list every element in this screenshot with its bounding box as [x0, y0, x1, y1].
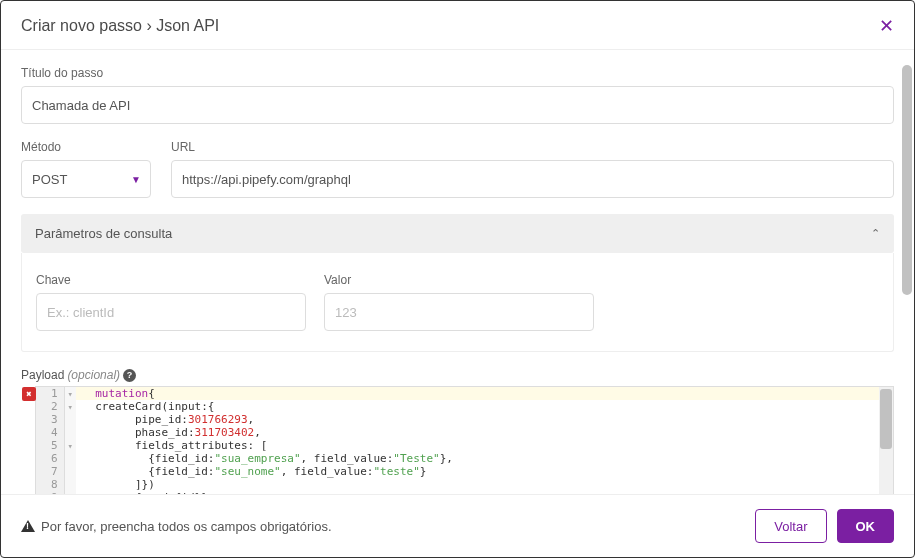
code-line[interactable]: {field_id:"seu_nome", field_value:"teste… [76, 465, 893, 478]
warning-icon [21, 520, 35, 532]
chevron-up-icon: ⌃ [871, 227, 880, 240]
param-key-label: Chave [36, 273, 306, 287]
code-line[interactable]: mutation{ [76, 387, 893, 400]
param-value-input[interactable] [324, 293, 594, 331]
method-label: Método [21, 140, 151, 154]
code-line[interactable]: ]}) [76, 478, 893, 491]
fold-toggle [64, 491, 76, 494]
gutter-line: 2 [36, 400, 64, 413]
body-scrollbar[interactable] [902, 65, 912, 295]
params-title: Parâmetros de consulta [35, 226, 172, 241]
gutter-line: 7 [36, 465, 64, 478]
gutter-line: 5 [36, 439, 64, 452]
url-label: URL [171, 140, 894, 154]
code-line[interactable]: phase_id:311703402, [76, 426, 893, 439]
modal-title: Criar novo passo › Json API [21, 17, 219, 35]
code-line[interactable]: fields_attributes: [ [76, 439, 893, 452]
code-line[interactable]: {field_id:"sua_empresa", field_value:"Te… [76, 452, 893, 465]
url-input[interactable] [171, 160, 894, 198]
title-label: Título do passo [21, 66, 894, 80]
footer-message: Por favor, preencha todos os campos obri… [21, 519, 332, 534]
title-input[interactable] [21, 86, 894, 124]
params-accordion-header[interactable]: Parâmetros de consulta ⌃ [21, 214, 894, 253]
help-icon[interactable]: ? [123, 369, 136, 382]
back-button[interactable]: Voltar [755, 509, 826, 543]
gutter-line: 4 [36, 426, 64, 439]
param-key-input[interactable] [36, 293, 306, 331]
param-value-label: Valor [324, 273, 594, 287]
modal: Criar novo passo › Json API ✕ Título do … [1, 1, 914, 557]
fold-toggle[interactable]: ▾ [64, 400, 76, 413]
gutter-line: 1✖ [36, 387, 64, 400]
fold-toggle [64, 478, 76, 491]
gutter-line: 8 [36, 478, 64, 491]
gutter-line: 9 [36, 491, 64, 494]
modal-body: Título do passo Método ▼ URL Parâmetros … [1, 50, 914, 494]
gutter-line: 6 [36, 452, 64, 465]
error-icon: ✖ [22, 387, 36, 401]
payload-editor[interactable]: 1✖▾ mutation{2▾ createCard(input:{3 pipe… [35, 386, 894, 494]
close-button[interactable]: ✕ [879, 17, 894, 35]
fold-toggle [64, 426, 76, 439]
code-line[interactable]: {card {id}} [76, 491, 893, 494]
fold-toggle [64, 465, 76, 478]
fold-toggle [64, 413, 76, 426]
method-select[interactable] [21, 160, 151, 198]
gutter-line: 3 [36, 413, 64, 426]
fold-toggle[interactable]: ▾ [64, 387, 76, 400]
ok-button[interactable]: OK [837, 509, 895, 543]
params-body: Chave Valor [21, 253, 894, 352]
code-line[interactable]: pipe_id:301766293, [76, 413, 893, 426]
payload-label: Payload (opcional) ? [21, 368, 894, 382]
editor-scrollbar[interactable] [879, 387, 893, 494]
code-line[interactable]: createCard(input:{ [76, 400, 893, 413]
modal-footer: Por favor, preencha todos os campos obri… [1, 494, 914, 557]
fold-toggle [64, 452, 76, 465]
modal-header: Criar novo passo › Json API ✕ [1, 1, 914, 50]
fold-toggle[interactable]: ▾ [64, 439, 76, 452]
